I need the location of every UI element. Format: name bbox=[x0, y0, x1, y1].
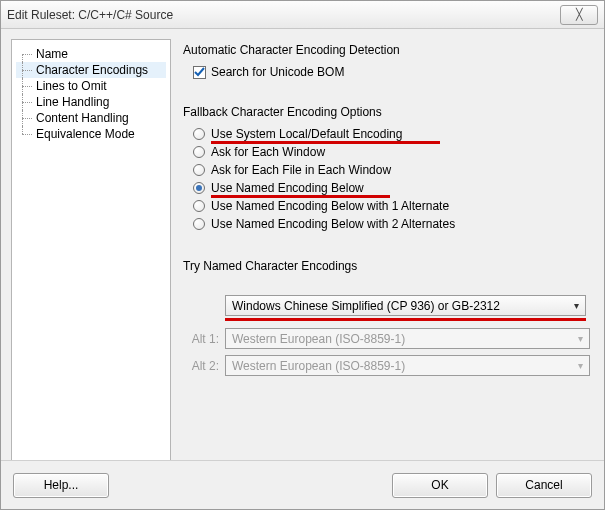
sidebar-item-label: Name bbox=[36, 47, 68, 61]
alt2-label: Alt 2: bbox=[183, 359, 219, 373]
radio-row-ask-window[interactable]: Ask for Each Window bbox=[193, 145, 590, 159]
button-label: Cancel bbox=[525, 478, 562, 492]
radio-label: Ask for Each File in Each Window bbox=[211, 163, 391, 177]
sidebar-item-character-encodings[interactable]: Character Encodings bbox=[16, 62, 166, 78]
alt1-label: Alt 1: bbox=[183, 332, 219, 346]
radio-row-named-below[interactable]: Use Named Encoding Below bbox=[193, 181, 590, 195]
section-heading-fallback: Fallback Character Encoding Options bbox=[183, 105, 590, 119]
sidebar-item-label: Content Handling bbox=[36, 111, 129, 125]
close-button[interactable]: ╳ bbox=[560, 5, 598, 25]
checkbox-search-bom[interactable] bbox=[193, 66, 206, 79]
sidebar-item-equivalence-mode[interactable]: Equivalence Mode bbox=[16, 126, 166, 142]
chevron-down-icon: ▾ bbox=[571, 333, 589, 344]
highlight-underline bbox=[211, 141, 440, 144]
checkbox-label: Search for Unicode BOM bbox=[211, 65, 344, 79]
radio-system-default[interactable] bbox=[193, 128, 205, 140]
button-label: OK bbox=[431, 478, 448, 492]
sidebar-item-label: Lines to Omit bbox=[36, 79, 107, 93]
sidebar-item-line-handling[interactable]: Line Handling bbox=[16, 94, 166, 110]
radio-label: Ask for Each Window bbox=[211, 145, 325, 159]
button-label: Help... bbox=[44, 478, 79, 492]
close-icon: ╳ bbox=[576, 8, 583, 21]
radio-row-system-default[interactable]: Use System Local/Default Encoding bbox=[193, 127, 590, 141]
chevron-down-icon: ▾ bbox=[571, 360, 589, 371]
section-heading-named: Try Named Character Encodings bbox=[183, 259, 590, 273]
radio-ask-window[interactable] bbox=[193, 146, 205, 158]
radio-label: Use Named Encoding Below with 2 Alternat… bbox=[211, 217, 455, 231]
combo-value: Western European (ISO-8859-1) bbox=[226, 332, 571, 346]
sidebar-item-label: Character Encodings bbox=[36, 63, 148, 77]
sidebar-item-lines-to-omit[interactable]: Lines to Omit bbox=[16, 78, 166, 94]
combo-alt1-encoding: Western European (ISO-8859-1) ▾ bbox=[225, 328, 590, 349]
radio-named-below-2alt[interactable] bbox=[193, 218, 205, 230]
radio-row-named-below-2alt[interactable]: Use Named Encoding Below with 2 Alternat… bbox=[193, 217, 590, 231]
sidebar-item-label: Equivalence Mode bbox=[36, 127, 135, 141]
combo-primary-encoding[interactable]: Windows Chinese Simplified (CP 936) or G… bbox=[225, 295, 586, 316]
radio-label: Use System Local/Default Encoding bbox=[211, 127, 402, 141]
dialog-footer: Help... OK Cancel bbox=[1, 460, 604, 509]
radio-label: Use Named Encoding Below bbox=[211, 181, 364, 195]
section-heading-auto: Automatic Character Encoding Detection bbox=[183, 43, 590, 57]
check-icon bbox=[194, 67, 205, 78]
radio-named-below-1alt[interactable] bbox=[193, 200, 205, 212]
radio-ask-file[interactable] bbox=[193, 164, 205, 176]
dialog-body: Name Character Encodings Lines to Omit L… bbox=[1, 29, 604, 461]
radio-row-named-below-1alt[interactable]: Use Named Encoding Below with 1 Alternat… bbox=[193, 199, 590, 213]
cancel-button[interactable]: Cancel bbox=[496, 473, 592, 498]
sidebar-item-content-handling[interactable]: Content Handling bbox=[16, 110, 166, 126]
help-button[interactable]: Help... bbox=[13, 473, 109, 498]
highlight-underline bbox=[211, 195, 390, 198]
radio-label: Use Named Encoding Below with 1 Alternat… bbox=[211, 199, 449, 213]
ok-button[interactable]: OK bbox=[392, 473, 488, 498]
checkbox-row-search-bom[interactable]: Search for Unicode BOM bbox=[193, 65, 590, 79]
chevron-down-icon: ▾ bbox=[567, 300, 585, 311]
sidebar-item-label: Line Handling bbox=[36, 95, 109, 109]
dialog-window: Edit Ruleset: C/C++/C# Source ╳ Name Cha… bbox=[0, 0, 605, 510]
content-panel: Automatic Character Encoding Detection S… bbox=[179, 39, 594, 461]
combo-alt2-encoding: Western European (ISO-8859-1) ▾ bbox=[225, 355, 590, 376]
titlebar: Edit Ruleset: C/C++/C# Source ╳ bbox=[1, 1, 604, 29]
sidebar-tree: Name Character Encodings Lines to Omit L… bbox=[11, 39, 171, 461]
highlight-underline bbox=[225, 318, 586, 321]
radio-named-below[interactable] bbox=[193, 182, 205, 194]
sidebar-item-name[interactable]: Name bbox=[16, 46, 166, 62]
combo-value: Windows Chinese Simplified (CP 936) or G… bbox=[226, 299, 567, 313]
combo-value: Western European (ISO-8859-1) bbox=[226, 359, 571, 373]
window-title: Edit Ruleset: C/C++/C# Source bbox=[7, 8, 560, 22]
radio-row-ask-file[interactable]: Ask for Each File in Each Window bbox=[193, 163, 590, 177]
